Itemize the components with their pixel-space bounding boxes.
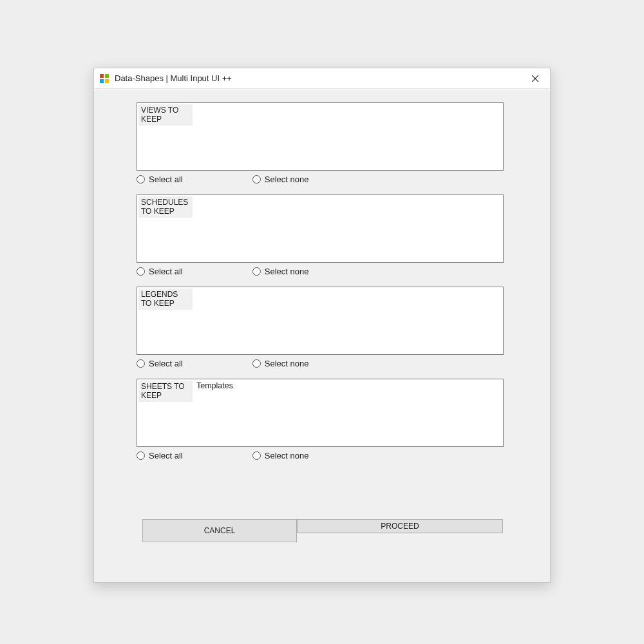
legends-radio-row: Select all Select none: [137, 359, 531, 368]
schedules-label: SCHEDULES TO KEEP: [138, 196, 193, 218]
close-button[interactable]: [520, 68, 550, 89]
sheets-listbox[interactable]: SHEETS TO KEEP Templates: [137, 379, 504, 447]
svg-rect-0: [100, 74, 104, 78]
proceed-button[interactable]: PROCEED: [297, 519, 503, 533]
views-radio-row: Select all Select none: [137, 175, 531, 184]
radio-icon: [137, 359, 145, 368]
dialog-window: Data-Shapes | Multi Input UI ++ VIEWS TO…: [93, 68, 551, 583]
radio-label: Select all: [149, 175, 183, 184]
sheets-select-none-radio[interactable]: Select none: [252, 451, 309, 460]
views-select-none-radio[interactable]: Select none: [252, 175, 309, 184]
svg-rect-1: [105, 74, 109, 78]
svg-rect-3: [105, 79, 109, 83]
cancel-button[interactable]: CANCEL: [142, 519, 297, 542]
section-schedules: SCHEDULES TO KEEP Select all Select none: [113, 194, 531, 276]
views-listbox[interactable]: VIEWS TO KEEP: [137, 102, 504, 171]
close-icon: [532, 75, 538, 82]
sheets-radio-row: Select all Select none: [137, 451, 531, 460]
section-views: VIEWS TO KEEP Select all Select none: [113, 102, 531, 184]
sheets-label: SHEETS TO KEEP: [138, 381, 193, 402]
radio-label: Select all: [149, 359, 183, 368]
section-sheets: SHEETS TO KEEP Templates Select all Sele…: [113, 379, 531, 460]
radio-label: Select all: [149, 451, 183, 460]
legends-label: LEGENDS TO KEEP: [138, 289, 193, 310]
radio-icon: [252, 359, 261, 368]
radio-label: Select none: [265, 451, 309, 460]
radio-label: Select none: [265, 175, 309, 184]
titlebar: Data-Shapes | Multi Input UI ++: [94, 68, 550, 89]
radio-icon: [137, 175, 145, 184]
radio-icon: [137, 267, 145, 276]
radio-label: Select none: [265, 267, 309, 276]
sheets-select-all-radio[interactable]: Select all: [137, 451, 183, 460]
window-title: Data-Shapes | Multi Input UI ++: [115, 73, 520, 83]
radio-icon: [252, 175, 261, 184]
svg-rect-2: [100, 79, 104, 83]
views-label: VIEWS TO KEEP: [138, 104, 193, 126]
radio-label: Select all: [149, 267, 183, 276]
section-legends: LEGENDS TO KEEP Select all Select none: [113, 287, 531, 368]
schedules-radio-row: Select all Select none: [137, 267, 531, 276]
radio-icon: [252, 267, 261, 276]
app-icon: [99, 73, 109, 84]
list-item[interactable]: Templates: [196, 381, 233, 390]
radio-icon: [252, 451, 261, 460]
schedules-listbox[interactable]: SCHEDULES TO KEEP: [137, 194, 504, 263]
radio-label: Select none: [265, 359, 309, 368]
schedules-select-all-radio[interactable]: Select all: [137, 267, 183, 276]
legends-select-all-radio[interactable]: Select all: [137, 359, 183, 368]
legends-listbox[interactable]: LEGENDS TO KEEP: [137, 287, 504, 355]
legends-select-none-radio[interactable]: Select none: [252, 359, 309, 368]
client-area: VIEWS TO KEEP Select all Select none SCH…: [94, 90, 550, 582]
schedules-select-none-radio[interactable]: Select none: [252, 267, 309, 276]
button-row: CANCEL PROCEED: [94, 519, 550, 542]
radio-icon: [137, 451, 145, 460]
views-select-all-radio[interactable]: Select all: [137, 175, 183, 184]
